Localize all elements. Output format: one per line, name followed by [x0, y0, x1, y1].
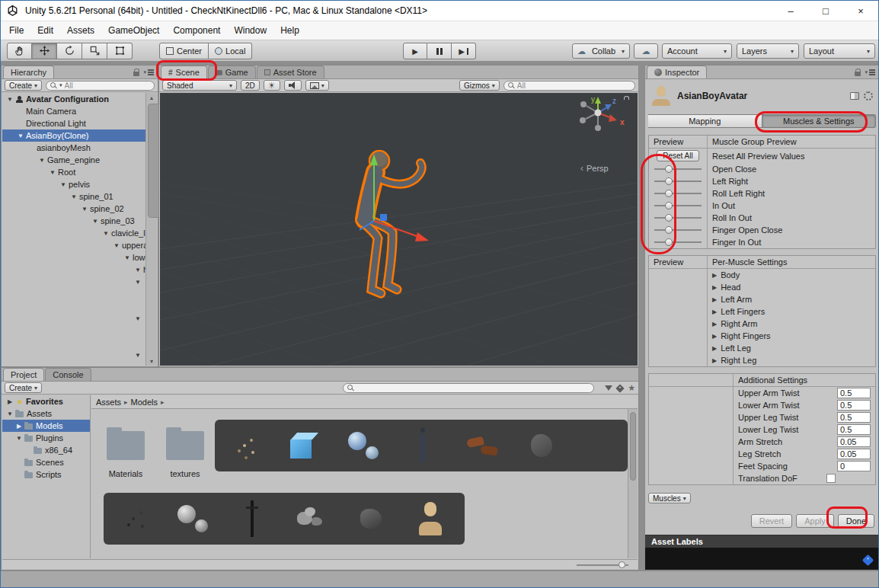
foldout-arrow-icon[interactable]: ▼: [37, 157, 46, 164]
asset-item[interactable]: AsianBoy...: [401, 495, 460, 545]
slider-handle[interactable]: [665, 238, 673, 246]
project-scrollbar[interactable]: [628, 409, 638, 558]
hierarchy-item[interactable]: ▼ spine_02: [2, 203, 145, 215]
gizmos-dropdown-button[interactable]: Gizmos▾: [459, 80, 500, 91]
scene-search-input[interactable]: [517, 81, 631, 90]
scroll-down-icon[interactable]: ▼: [146, 356, 157, 366]
hierarchy-item[interactable]: Main Camera: [2, 105, 145, 117]
asset-item[interactable]: male_cas...: [222, 495, 282, 545]
help-icon[interactable]: [850, 92, 859, 100]
layers-button[interactable]: Layers▾: [737, 43, 799, 59]
foldout-arrow-icon[interactable]: ▼: [14, 435, 24, 442]
space-toggle-button[interactable]: Local: [209, 43, 252, 59]
pivot-toggle-button[interactable]: Center: [159, 43, 209, 59]
hierarchy-item[interactable]: ▼ Root: [2, 166, 145, 178]
panel-menu-icon[interactable]: ▾: [865, 69, 875, 75]
foldout-arrow-icon[interactable]: ▼: [80, 206, 89, 213]
menu-item[interactable]: Help: [273, 21, 306, 40]
favorites-star-icon[interactable]: ★: [628, 384, 635, 392]
muscles-dropdown-button[interactable]: Muscles▾: [648, 493, 691, 503]
view-tab[interactable]: Asset Store: [257, 66, 324, 78]
hierarchy-item[interactable]: [2, 324, 145, 337]
slider-handle[interactable]: [618, 561, 625, 568]
slider-handle[interactable]: [665, 165, 673, 173]
rect-tool-button[interactable]: [107, 43, 133, 59]
hierarchy-item[interactable]: ▼ pelvis: [2, 178, 145, 190]
muscle-group-foldout[interactable]: ▶ Left Arm: [707, 295, 875, 304]
hierarchy-search-input[interactable]: [65, 81, 150, 90]
setting-value-field[interactable]: 0: [837, 461, 871, 471]
search-by-label-icon[interactable]: [615, 384, 624, 392]
foldout-arrow-icon[interactable]: ▼: [123, 254, 132, 261]
slider-handle[interactable]: [665, 214, 673, 222]
hand-tool-button[interactable]: [7, 43, 32, 59]
asset-item[interactable]: high-poly...: [163, 495, 222, 545]
pause-button[interactable]: [427, 43, 452, 59]
create-dropdown-button[interactable]: Create▾: [5, 382, 42, 393]
muscle-group-foldout[interactable]: ▶ Right Arm: [707, 319, 875, 328]
hierarchy-item[interactable]: ▼: [2, 312, 145, 324]
avatar-mode-tab[interactable]: Mapping: [648, 114, 762, 128]
lock-icon[interactable]: [855, 72, 861, 76]
rotate-tool-button[interactable]: [57, 43, 82, 59]
menu-item[interactable]: Component: [166, 21, 227, 40]
setting-value-field[interactable]: 0.05: [837, 436, 871, 447]
done-button[interactable]: Done: [838, 514, 874, 528]
maximize-button[interactable]: □: [808, 1, 843, 21]
foldout-arrow-icon[interactable]: ▼: [5, 96, 14, 103]
project-tree-item[interactable]: Scenes: [2, 456, 90, 468]
muscle-preview-slider[interactable]: [654, 189, 702, 198]
bottom-tab[interactable]: Console: [45, 368, 91, 381]
hierarchy-item[interactable]: Directional Light: [2, 117, 145, 129]
account-button[interactable]: Account▾: [662, 43, 732, 59]
menu-item[interactable]: GameObject: [101, 21, 166, 40]
scrollbar-thumb[interactable]: [630, 412, 636, 481]
audio-toggle-button[interactable]: [284, 80, 302, 91]
collab-button[interactable]: ☁Collab▾: [572, 43, 630, 59]
project-tree-item[interactable]: ▼ Assets: [2, 407, 90, 420]
hierarchy-item[interactable]: ▼ ha: [2, 264, 145, 276]
cloud-services-button[interactable]: ☁: [634, 43, 658, 59]
muscle-preview-slider[interactable]: [654, 238, 702, 247]
muscle-preview-slider[interactable]: [654, 225, 702, 235]
asset-item[interactable]: male_cas...: [393, 422, 452, 471]
hierarchy-search[interactable]: ▾: [46, 81, 155, 91]
asset-item[interactable]: ▶ textures: [155, 420, 215, 478]
avatar-mode-tab[interactable]: Muscles & Settings: [762, 114, 877, 128]
foldout-arrow-icon[interactable]: ▼: [48, 169, 57, 176]
2d-toggle-button[interactable]: 2D: [241, 80, 260, 91]
create-dropdown-button[interactable]: Create▾: [5, 80, 42, 91]
menu-item[interactable]: Window: [227, 21, 273, 40]
foldout-arrow-icon[interactable]: ▶: [5, 398, 14, 405]
slider-handle[interactable]: [665, 226, 673, 234]
scene-search[interactable]: [503, 81, 635, 91]
move-tool-button[interactable]: [32, 43, 57, 59]
asset-item[interactable]: ▶ Materials: [96, 420, 155, 478]
hierarchy-item[interactable]: ▼ clavicle_l: [2, 227, 145, 239]
thumbnail-zoom-slider[interactable]: [577, 561, 628, 568]
apply-button[interactable]: Apply: [796, 514, 834, 528]
foldout-arrow-icon[interactable]: ▼: [5, 411, 14, 417]
scale-tool-button[interactable]: [82, 43, 107, 59]
project-search[interactable]: [343, 383, 594, 393]
scene-viewport[interactable]: y z x ‹Persp: [160, 93, 638, 366]
search-by-type-icon[interactable]: [605, 385, 612, 391]
muscle-group-foldout[interactable]: ▶ Right Fingers: [707, 331, 875, 340]
hierarchy-item[interactable]: asianboyMesh: [2, 142, 145, 154]
shading-mode-dropdown[interactable]: Shaded▾: [162, 80, 237, 91]
asset-grid[interactable]: ▶ Materials ▶ textures: [91, 409, 628, 558]
foldout-arrow-icon[interactable]: ▼: [133, 279, 142, 286]
hierarchy-item[interactable]: ▼: [2, 349, 145, 361]
muscle-preview-slider[interactable]: [654, 213, 702, 222]
project-tree-item[interactable]: ▶ Favorites: [2, 395, 90, 407]
hierarchy-item[interactable]: ▼ Game_engine: [2, 154, 145, 166]
menu-item[interactable]: Edit: [30, 21, 60, 40]
muscle-preview-slider[interactable]: [654, 177, 702, 186]
foldout-arrow-icon[interactable]: ▼: [112, 242, 121, 249]
panel-menu-icon[interactable]: ▾: [143, 69, 154, 75]
muscle-group-foldout[interactable]: ▶ Right Leg: [707, 356, 875, 365]
asset-item[interactable]: short02M...: [512, 422, 571, 471]
setting-value-field[interactable]: 0.5: [837, 400, 871, 411]
tab-hierarchy[interactable]: Hierarchy: [3, 66, 54, 78]
hierarchy-item[interactable]: ▼ lower: [2, 251, 145, 264]
